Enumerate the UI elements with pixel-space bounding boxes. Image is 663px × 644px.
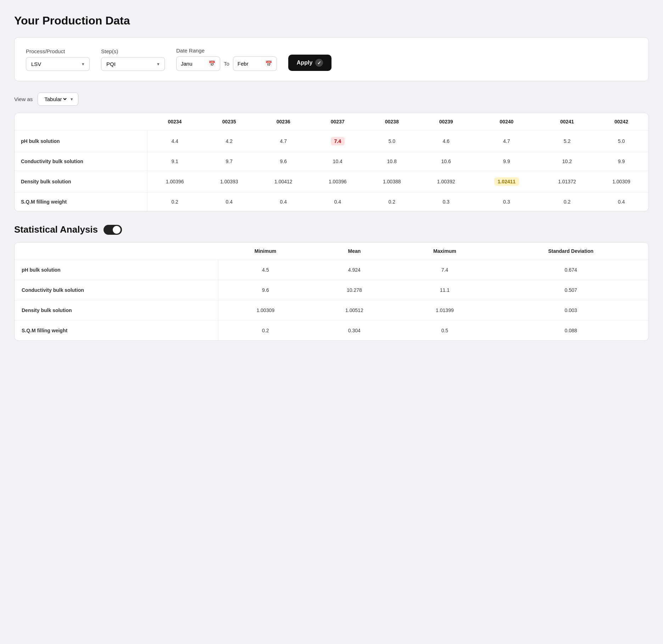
cell-cond-00242: 9.9 [594,152,648,171]
stats-dens-stddev: 0.003 [493,300,648,321]
stats-dens-min: 1.00309 [218,300,312,321]
cell-sqm-00241: 0.2 [540,193,594,211]
cell-dens-00242: 1.00309 [594,171,648,193]
steps-group: Step(s) PQI ▾ [101,48,165,71]
table-row: pH bulk solution 4.4 4.2 4.7 7.4 5.0 4.6… [15,131,648,152]
process-product-select[interactable]: LSV [31,61,79,67]
cell-dens-00237: 1.00396 [311,171,365,193]
statistical-analysis-toggle[interactable] [104,225,122,235]
stats-row-label-density: Density bulk solution [15,300,218,321]
statistical-analysis-header: Statistical Analysis [14,224,649,235]
cell-dens-00236: 1.00412 [256,171,311,193]
stats-table-card: Minimum Mean Maximum Standard Deviation … [14,242,649,341]
date-to-field[interactable] [238,61,262,67]
cell-ph-00240: 4.7 [473,131,540,152]
date-range-inputs: 📅 To 📅 [176,56,277,71]
cell-dens-00241: 1.01372 [540,171,594,193]
cell-sqm-00240: 0.3 [473,193,540,211]
cell-sqm-00235: 0.4 [202,193,256,211]
row-label-density: Density bulk solution [15,171,147,193]
stats-col-mean: Mean [312,243,396,260]
cell-cond-00241: 10.2 [540,152,594,171]
calendar-from-icon: 📅 [208,60,216,67]
date-range-group: Date Range 📅 To 📅 [176,48,277,71]
table-row: Density bulk solution 1.00396 1.00393 1.… [15,171,648,193]
stats-row-label-ph: pH bulk solution [15,260,218,280]
row-label-sqm: S.Q.M filling weight [15,193,147,211]
cell-ph-00236: 4.7 [256,131,311,152]
cell-ph-00237: 7.4 [311,131,365,152]
col-header-empty [15,113,147,131]
page-title: Your Production Data [14,14,649,27]
apply-label: Apply [297,60,312,66]
table-header-row: 00234 00235 00236 00237 00238 00239 0024… [15,113,648,131]
stats-col-stddev: Standard Deviation [493,243,648,260]
cell-ph-00234: 4.4 [147,131,202,152]
cell-sqm-00236: 0.4 [256,193,311,211]
cell-cond-00237: 10.4 [311,152,365,171]
col-header-00234: 00234 [147,113,202,131]
table-row: Conductivity bulk solution 9.1 9.7 9.6 1… [15,152,648,171]
row-label-conductivity: Conductivity bulk solution [15,152,147,171]
process-product-select-wrapper[interactable]: LSV ▾ [26,57,90,71]
stats-sqm-mean: 0.304 [312,321,396,341]
view-as-select-wrapper[interactable]: Tabular Chart ▾ [38,93,78,106]
view-as-select[interactable]: Tabular Chart [43,96,68,102]
col-header-00241: 00241 [540,113,594,131]
stats-ph-mean: 4.924 [312,260,396,280]
stats-cond-mean: 10.278 [312,280,396,300]
cell-ph-00235: 4.2 [202,131,256,152]
table-row: Conductivity bulk solution 9.6 10.278 11… [15,280,648,300]
cell-ph-00242: 5.0 [594,131,648,152]
stats-row-label-sqm: S.Q.M filling weight [15,321,218,341]
col-header-00237: 00237 [311,113,365,131]
row-label-ph: pH bulk solution [15,131,147,152]
table-row: S.Q.M filling weight 0.2 0.4 0.4 0.4 0.2… [15,193,648,211]
chevron-down-icon-view: ▾ [71,96,73,102]
highlight-yellow: 1.02411 [494,177,519,186]
stats-ph-stddev: 0.674 [493,260,648,280]
stats-col-empty [15,243,218,260]
view-as-label: View as [14,96,33,102]
cell-sqm-00234: 0.2 [147,193,202,211]
cell-dens-00235: 1.00393 [202,171,256,193]
toggle-slider [104,225,122,235]
filter-card: Process/Product LSV ▾ Step(s) PQI ▾ Date… [14,37,649,81]
date-from-field[interactable] [181,61,206,67]
chevron-down-icon: ▾ [82,61,84,67]
table-row: S.Q.M filling weight 0.2 0.304 0.5 0.088 [15,321,648,341]
date-from-input[interactable]: 📅 [176,56,220,71]
cell-sqm-00237: 0.4 [311,193,365,211]
cell-cond-00240: 9.9 [473,152,540,171]
cell-dens-00234: 1.00396 [147,171,202,193]
col-header-00240: 00240 [473,113,540,131]
to-label: To [224,61,229,67]
stats-cond-stddev: 0.507 [493,280,648,300]
cell-cond-00238: 10.8 [365,152,419,171]
steps-select-wrapper[interactable]: PQI ▾ [101,57,165,71]
process-product-group: Process/Product LSV ▾ [26,48,90,71]
cell-sqm-00238: 0.2 [365,193,419,211]
stats-sqm-max: 0.5 [396,321,493,341]
stats-header-row: Minimum Mean Maximum Standard Deviation [15,243,648,260]
production-data-table-card: 00234 00235 00236 00237 00238 00239 0024… [14,113,649,211]
stats-sqm-min: 0.2 [218,321,312,341]
date-to-input[interactable]: 📅 [233,56,277,71]
steps-select[interactable]: PQI [106,61,154,67]
stats-cond-min: 9.6 [218,280,312,300]
filter-row: Process/Product LSV ▾ Step(s) PQI ▾ Date… [26,48,637,71]
cell-ph-00241: 5.2 [540,131,594,152]
check-icon: ✓ [315,59,323,67]
stats-sqm-stddev: 0.088 [493,321,648,341]
stats-col-maximum: Maximum [396,243,493,260]
table-row: pH bulk solution 4.5 4.924 7.4 0.674 [15,260,648,280]
view-as-row: View as Tabular Chart ▾ [14,93,649,106]
col-header-00238: 00238 [365,113,419,131]
cell-cond-00236: 9.6 [256,152,311,171]
cell-cond-00239: 10.6 [419,152,473,171]
date-range-label: Date Range [176,48,277,54]
col-header-00235: 00235 [202,113,256,131]
cell-dens-00240: 1.02411 [473,171,540,193]
stats-dens-mean: 1.00512 [312,300,396,321]
apply-button[interactable]: Apply ✓ [288,55,332,71]
